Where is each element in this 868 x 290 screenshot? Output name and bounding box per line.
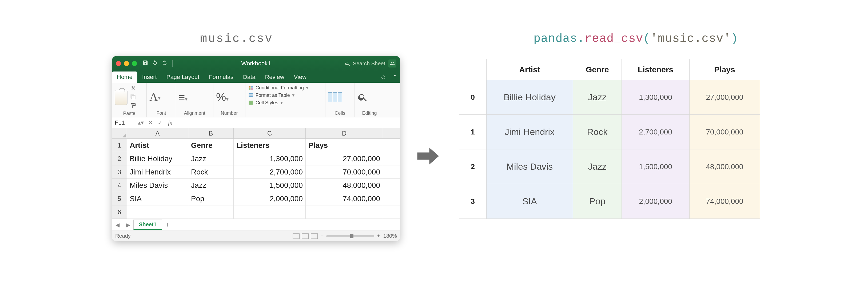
pd-cell: Pop [573,184,622,219]
ribbon-label-editing: Editing [358,109,381,116]
cell[interactable]: Jazz [188,152,234,165]
accept-formula-icon[interactable]: ✓ [155,119,165,126]
cell[interactable]: Listeners [234,139,306,152]
fx-icon[interactable]: fx [165,119,176,126]
cell[interactable] [188,205,234,219]
zoom-icon[interactable] [132,61,137,66]
cell[interactable]: Jimi Hendrix [127,165,188,179]
status-bar: Ready − + 180% [112,230,400,241]
tab-review[interactable]: Review [260,71,289,83]
cell[interactable]: Plays [306,139,383,152]
formula-bar: F11 ▴▾ ✕ ✓ fx [112,118,400,128]
search-sheet[interactable]: Search Sheet [345,61,385,67]
sheet-tab[interactable]: Sheet1 [133,220,162,230]
cell[interactable]: 2,000,000 [234,192,306,205]
paste-icon[interactable] [115,90,127,105]
tab-formulas[interactable]: Formulas [204,71,238,83]
minimize-icon[interactable] [124,61,129,66]
cell[interactable] [234,205,306,219]
cell[interactable]: 48,000,000 [306,179,383,192]
conditional-formatting-button[interactable]: Conditional Formatting▾ [248,85,322,91]
cell[interactable] [383,179,400,192]
cancel-formula-icon[interactable]: ✕ [146,119,155,126]
cell[interactable] [383,152,400,165]
name-box[interactable]: F11 [112,119,136,126]
tab-data[interactable]: Data [238,71,260,83]
sheet-tabs: ◀ ▶ Sheet1 + [112,219,400,230]
row-header[interactable]: 5 [112,192,127,205]
svg-rect-4 [249,93,253,94]
row-header[interactable]: 4 [112,179,127,192]
col-header-b[interactable]: B [188,128,234,139]
tab-insert[interactable]: Insert [137,71,162,83]
tab-view[interactable]: View [289,71,311,83]
col-header-d[interactable]: D [306,128,383,139]
tab-home[interactable]: Home [112,71,137,83]
cell[interactable] [383,192,400,205]
col-header-c[interactable]: C [234,128,306,139]
pd-index: 1 [459,115,487,150]
cell[interactable]: 1,300,000 [234,152,306,165]
col-header-e[interactable] [383,128,400,139]
cell[interactable]: Rock [188,165,234,179]
add-sheet-button[interactable]: + [162,221,173,229]
font-icon[interactable]: A▾ [149,91,161,103]
cell[interactable]: 70,000,000 [306,165,383,179]
save-icon[interactable] [143,60,148,67]
sheet-next-icon[interactable]: ▶ [123,222,133,228]
format-painter-icon[interactable] [130,102,136,110]
find-icon[interactable] [358,92,368,102]
zoom-in-icon[interactable]: + [377,233,380,239]
cell[interactable]: 2,700,000 [234,165,306,179]
code-arg: 'music.csv' [650,32,731,45]
updown-icon[interactable]: ▴▾ [136,119,146,126]
cell[interactable] [383,205,400,219]
alignment-icon[interactable]: ≡▾ [179,91,188,103]
sheet-prev-icon[interactable]: ◀ [112,222,123,228]
cell[interactable]: Artist [127,139,188,152]
ribbon-group-font: A▾ Font [147,83,176,117]
copy-icon[interactable] [130,94,136,101]
zoom-out-icon[interactable]: − [320,233,323,239]
format-as-table-button[interactable]: Format as Table▾ [248,92,322,98]
pd-cell: 1,300,000 [622,80,689,115]
feedback-icon[interactable]: ☺ [377,71,390,83]
cell[interactable]: 27,000,000 [306,152,383,165]
cut-icon[interactable] [130,85,136,92]
undo-icon[interactable] [152,60,158,67]
view-mode-buttons[interactable] [292,233,318,239]
cell[interactable]: Billie Holiday [127,152,188,165]
close-icon[interactable] [116,61,121,66]
cell[interactable] [306,205,383,219]
cell[interactable] [127,205,188,219]
cell[interactable] [383,165,400,179]
cell[interactable]: 1,500,000 [234,179,306,192]
row-header[interactable]: 6 [112,205,127,219]
ribbon-label-paste: Paste [115,110,144,116]
number-format-icon[interactable]: %▾ [216,91,228,103]
cell[interactable]: Jazz [188,179,234,192]
cell[interactable]: Miles Davis [127,179,188,192]
select-all-corner[interactable] [112,128,127,139]
cell[interactable]: Genre [188,139,234,152]
row-header[interactable]: 1 [112,139,127,152]
ribbon-group-alignment: ≡▾ Alignment [176,83,213,117]
tab-page-layout[interactable]: Page Layout [162,71,204,83]
row-header[interactable]: 3 [112,165,127,179]
cell[interactable]: SIA [127,192,188,205]
svg-rect-3 [251,88,253,90]
row-header[interactable]: 2 [112,152,127,165]
zoom-slider[interactable] [326,235,374,237]
cell-styles-button[interactable]: Cell Styles▾ [248,100,322,106]
cell[interactable] [383,139,400,152]
cell[interactable]: 74,000,000 [306,192,383,205]
titlebar: Workbook1 Search Sheet [112,56,400,71]
col-header-a[interactable]: A [127,128,188,139]
share-button[interactable] [389,60,396,67]
pd-cell: 48,000,000 [689,150,760,184]
pd-cell: Jazz [573,80,622,115]
collapse-ribbon-icon[interactable]: ⌃ [390,71,400,83]
cells-icon[interactable] [328,92,342,102]
cell[interactable]: Pop [188,192,234,205]
redo-icon[interactable] [162,60,167,67]
